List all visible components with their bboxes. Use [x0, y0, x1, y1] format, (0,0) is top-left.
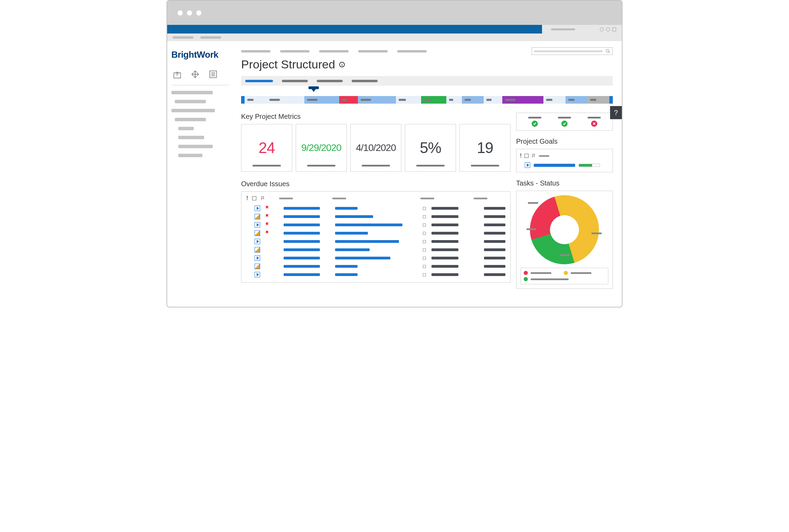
- flag-header-icon[interactable]: [260, 196, 265, 201]
- timeline-segment[interactable]: [446, 96, 462, 104]
- metric-value: 5%: [420, 139, 441, 156]
- col-header[interactable]: [332, 198, 346, 199]
- row-checkbox[interactable]: [423, 248, 426, 251]
- issues-header-row: !: [246, 195, 505, 201]
- timeline-handle-left[interactable]: [241, 96, 245, 104]
- metric-label: [253, 165, 281, 167]
- col-header[interactable]: [420, 198, 434, 199]
- issue-row[interactable]: [246, 270, 505, 279]
- timeline-segment[interactable]: [484, 96, 502, 104]
- timeline-segment[interactable]: [543, 96, 565, 104]
- timeline-segment[interactable]: [587, 96, 609, 104]
- issue-row[interactable]: [246, 246, 505, 254]
- tab-item[interactable]: [352, 80, 378, 82]
- row-checkbox[interactable]: [423, 232, 426, 235]
- row-checkbox[interactable]: [423, 224, 426, 227]
- timeline-segment[interactable]: [339, 96, 358, 104]
- sidebar-nav-item[interactable]: [175, 118, 206, 121]
- timeline-segment[interactable]: [502, 96, 543, 104]
- project-timeline[interactable]: [241, 91, 613, 106]
- timeline-segment[interactable]: [245, 96, 267, 104]
- timeline-segment[interactable]: [565, 96, 588, 104]
- cmd-placeholder: [551, 28, 575, 30]
- issue-row[interactable]: [246, 221, 505, 229]
- metric-label: [471, 165, 499, 167]
- metric-card[interactable]: 19: [459, 124, 511, 172]
- timeline-segment[interactable]: [462, 96, 484, 104]
- row-checkbox[interactable]: [423, 207, 426, 210]
- row-checkbox[interactable]: [423, 273, 426, 276]
- suite-nav[interactable]: [167, 25, 542, 34]
- page-title: Project Structured: [241, 58, 335, 71]
- timeline-segment[interactable]: [421, 96, 446, 104]
- timeline-segment[interactable]: [304, 96, 339, 104]
- window-control-close[interactable]: [178, 10, 183, 16]
- issue-row[interactable]: [246, 237, 505, 246]
- col-header[interactable]: [539, 155, 549, 157]
- col-header[interactable]: [474, 198, 487, 199]
- row-checkbox[interactable]: [423, 215, 426, 218]
- page-title-row: Project Structured i: [241, 58, 613, 71]
- timeline-handle-right[interactable]: [609, 96, 613, 104]
- breadcrumb-item[interactable]: [241, 50, 270, 53]
- sidebar-nav-item[interactable]: [178, 136, 204, 139]
- timeline-segment[interactable]: [396, 96, 421, 104]
- goal-row[interactable]: [520, 162, 609, 168]
- slice-label: [560, 254, 570, 256]
- breadcrumb-item[interactable]: [397, 50, 427, 53]
- flag-header-icon[interactable]: [531, 153, 536, 158]
- issue-row[interactable]: [246, 204, 505, 212]
- row-checkbox[interactable]: [423, 265, 426, 268]
- tab-item[interactable]: [282, 80, 308, 82]
- help-button[interactable]: ?: [610, 106, 622, 119]
- metric-card[interactable]: 5%: [405, 124, 456, 172]
- item-type-icon: [525, 162, 530, 168]
- metric-card[interactable]: 4/10/2020: [350, 124, 401, 172]
- flag-icon: [265, 205, 270, 210]
- slice-label: [591, 232, 602, 234]
- list-icon[interactable]: [209, 70, 218, 79]
- search-input[interactable]: [532, 47, 613, 55]
- sidebar-nav-item[interactable]: [171, 91, 213, 94]
- sidebar-nav-item[interactable]: [178, 127, 194, 130]
- breadcrumb-item[interactable]: [358, 50, 388, 53]
- tab-active[interactable]: [245, 80, 273, 82]
- issue-row[interactable]: [246, 212, 505, 221]
- issue-row[interactable]: [246, 262, 505, 270]
- issue-row[interactable]: [246, 229, 505, 237]
- notifications-icon[interactable]: [606, 27, 610, 31]
- timeline-segment[interactable]: [267, 96, 305, 104]
- metric-value: 9/29/2020: [301, 142, 341, 153]
- ribbon-item[interactable]: [173, 36, 193, 39]
- checkbox-header-icon[interactable]: [252, 196, 256, 200]
- status-indicator: [528, 117, 541, 127]
- metrics-cards: 249/29/20204/10/20205%19: [241, 124, 511, 172]
- sidebar-nav-item[interactable]: [171, 109, 215, 112]
- upload-icon[interactable]: [173, 70, 182, 79]
- col-header[interactable]: [279, 198, 293, 199]
- timeline-segment[interactable]: [358, 96, 396, 104]
- flag-icon: [265, 230, 270, 235]
- ribbon-item[interactable]: [200, 36, 221, 39]
- row-checkbox[interactable]: [423, 240, 426, 243]
- app-launcher-icon[interactable]: [612, 27, 616, 31]
- settings-icon[interactable]: [600, 27, 604, 31]
- checkbox-header-icon[interactable]: [524, 154, 529, 158]
- sidebar-nav-item[interactable]: [175, 100, 206, 103]
- breadcrumb-item[interactable]: [319, 50, 349, 53]
- priority-header-icon[interactable]: !: [246, 195, 248, 201]
- metric-card[interactable]: 9/29/2020: [296, 124, 347, 172]
- tab-item[interactable]: [317, 80, 343, 82]
- window-control-minimize[interactable]: [187, 10, 192, 16]
- move-icon[interactable]: [191, 70, 200, 79]
- info-icon[interactable]: i: [339, 62, 345, 67]
- window-control-zoom[interactable]: [196, 10, 201, 16]
- breadcrumb-item[interactable]: [280, 50, 310, 53]
- issue-row[interactable]: [246, 254, 505, 262]
- sidebar-nav-item[interactable]: [178, 145, 213, 148]
- sidebar-nav-item[interactable]: [178, 154, 202, 157]
- row-checkbox[interactable]: [423, 257, 426, 260]
- play-item-icon: [255, 222, 260, 228]
- metric-card[interactable]: 24: [241, 124, 292, 172]
- priority-header-icon[interactable]: !: [520, 153, 522, 159]
